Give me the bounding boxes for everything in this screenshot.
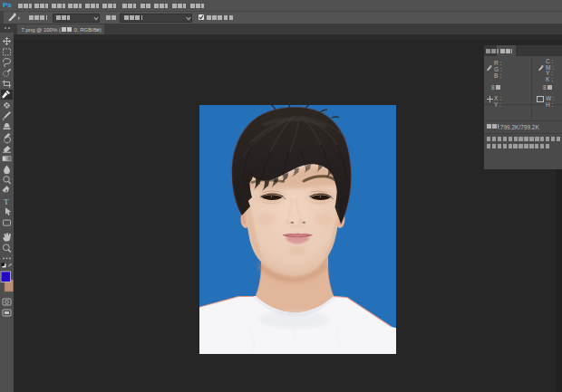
svg-text:T: T bbox=[4, 197, 9, 206]
